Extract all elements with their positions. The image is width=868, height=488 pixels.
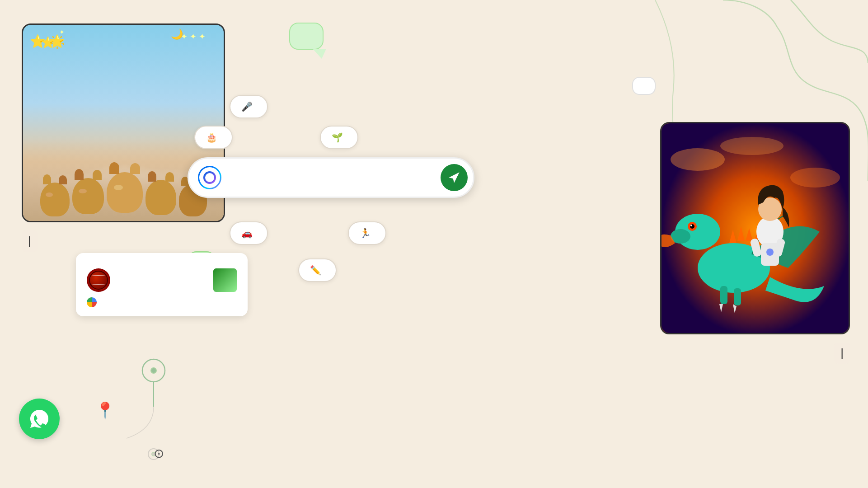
pill-change-tire[interactable]: 🚗	[230, 221, 268, 245]
pill-quantum-icon: ✏️	[310, 265, 321, 276]
svg-point-1	[151, 368, 156, 373]
pill-birthday-poem-icon: 🎂	[206, 132, 217, 143]
dragon-card	[660, 122, 850, 334]
pill-birthday-poem[interactable]: 🎂	[194, 126, 233, 149]
cricket-thumbnail	[213, 268, 237, 292]
dragon-caption: |	[834, 343, 850, 364]
dragon-image	[662, 123, 849, 333]
meta-ai-logo-inner	[203, 171, 216, 184]
search-submit-button[interactable]	[441, 164, 468, 191]
pill-couch-5k[interactable]: 🏃	[348, 221, 386, 245]
search-bar[interactable]	[188, 157, 474, 198]
whatsapp-logo	[28, 407, 51, 431]
cricket-results-card	[76, 253, 248, 316]
cricket-logo	[87, 268, 110, 292]
svg-point-5	[671, 148, 725, 171]
pill-couch-5k-icon: 🏃	[360, 228, 371, 239]
whatsapp-icon[interactable]	[19, 399, 60, 439]
pill-quantum[interactable]: ✏️	[298, 258, 337, 282]
pill-houseplant-icon: 🌱	[332, 132, 343, 143]
svg-point-7	[720, 137, 784, 155]
birthday-caption: |	[22, 230, 38, 252]
svg-point-12	[690, 224, 694, 229]
pill-change-tire-icon: 🚗	[241, 228, 253, 239]
dragon-scene-svg	[662, 123, 849, 333]
svg-rect-18	[720, 286, 727, 304]
meta-ai-logo	[198, 166, 221, 189]
pill-public-speaking-icon: 🎤	[241, 101, 253, 112]
svg-rect-19	[734, 288, 741, 305]
meals-speech-bubble	[289, 23, 324, 50]
svg-point-13	[690, 225, 692, 226]
location-pin-bottom: ⊙	[154, 446, 164, 461]
cricket-result-item	[87, 268, 237, 292]
cricket-google-link[interactable]	[87, 297, 237, 307]
svg-point-6	[790, 168, 840, 188]
pill-houseplant[interactable]: 🌱	[320, 126, 358, 149]
broccoli-speech-bubble	[632, 77, 656, 95]
pill-public-speaking[interactable]: 🎤	[230, 95, 268, 118]
location-pin-top: 📍	[95, 401, 115, 420]
google-logo	[87, 297, 97, 307]
svg-point-27	[766, 249, 774, 256]
send-icon	[448, 171, 460, 184]
